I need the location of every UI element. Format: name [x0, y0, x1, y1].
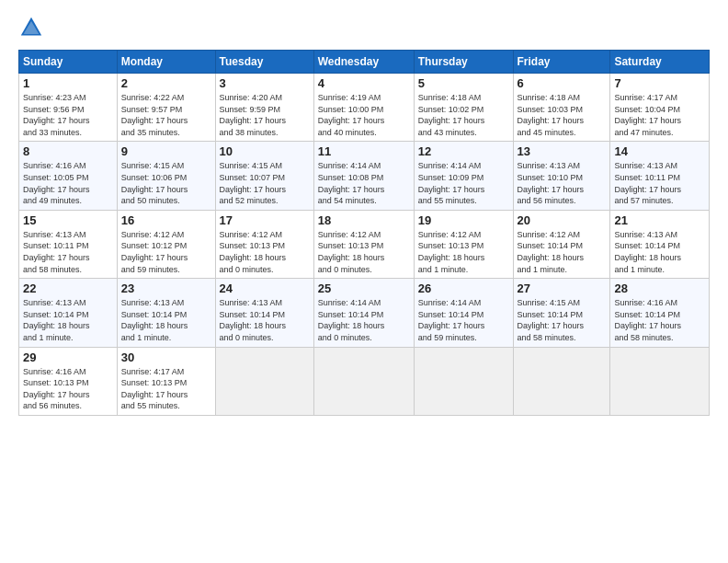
day-cell: 11Sunrise: 4:14 AM Sunset: 10:08 PM Dayl…	[313, 142, 414, 210]
header-row: SundayMondayTuesdayWednesdayThursdayFrid…	[19, 51, 710, 74]
day-info: Sunrise: 4:17 AM Sunset: 10:04 PM Daylig…	[614, 92, 705, 138]
col-header-friday: Friday	[513, 51, 610, 74]
week-row-4: 22Sunrise: 4:13 AM Sunset: 10:14 PM Dayl…	[19, 279, 710, 347]
day-info: Sunrise: 4:14 AM Sunset: 10:14 PM Daylig…	[318, 297, 410, 343]
day-info: Sunrise: 4:19 AM Sunset: 10:00 PM Daylig…	[318, 92, 410, 138]
day-cell: 20Sunrise: 4:12 AM Sunset: 10:14 PM Dayl…	[513, 210, 610, 278]
col-header-sunday: Sunday	[19, 51, 118, 74]
day-number: 13	[518, 144, 607, 158]
day-number: 24	[220, 282, 310, 295]
day-info: Sunrise: 4:12 AM Sunset: 10:13 PM Daylig…	[220, 229, 310, 275]
day-info: Sunrise: 4:16 AM Sunset: 10:05 PM Daylig…	[23, 160, 113, 206]
day-cell	[414, 347, 513, 415]
day-info: Sunrise: 4:15 AM Sunset: 10:14 PM Daylig…	[518, 297, 607, 343]
day-number: 11	[318, 144, 410, 158]
day-info: Sunrise: 4:14 AM Sunset: 10:08 PM Daylig…	[318, 160, 410, 206]
day-number: 19	[418, 213, 509, 227]
day-number: 28	[614, 282, 705, 295]
col-header-thursday: Thursday	[414, 51, 513, 74]
day-number: 12	[418, 144, 509, 158]
day-number: 18	[318, 213, 410, 227]
day-number: 27	[518, 282, 607, 295]
day-cell: 10Sunrise: 4:15 AM Sunset: 10:07 PM Dayl…	[215, 142, 313, 210]
day-info: Sunrise: 4:12 AM Sunset: 10:12 PM Daylig…	[121, 229, 211, 275]
header	[18, 15, 710, 40]
day-cell: 30Sunrise: 4:17 AM Sunset: 10:13 PM Dayl…	[117, 347, 215, 415]
day-cell: 5Sunrise: 4:18 AM Sunset: 10:02 PM Dayli…	[414, 74, 513, 142]
day-cell	[610, 347, 710, 415]
day-cell: 8Sunrise: 4:16 AM Sunset: 10:05 PM Dayli…	[19, 142, 118, 210]
day-cell: 22Sunrise: 4:13 AM Sunset: 10:14 PM Dayl…	[19, 279, 118, 347]
day-cell: 26Sunrise: 4:14 AM Sunset: 10:14 PM Dayl…	[414, 279, 513, 347]
day-number: 22	[23, 282, 113, 295]
day-cell: 3Sunrise: 4:20 AM Sunset: 9:59 PM Daylig…	[215, 74, 313, 142]
day-cell: 2Sunrise: 4:22 AM Sunset: 9:57 PM Daylig…	[117, 74, 215, 142]
logo-icon	[18, 15, 44, 40]
day-number: 17	[220, 213, 310, 227]
day-cell: 9Sunrise: 4:15 AM Sunset: 10:06 PM Dayli…	[117, 142, 215, 210]
calendar-table: SundayMondayTuesdayWednesdayThursdayFrid…	[18, 50, 710, 416]
day-info: Sunrise: 4:16 AM Sunset: 10:14 PM Daylig…	[614, 297, 705, 343]
day-cell: 14Sunrise: 4:13 AM Sunset: 10:11 PM Dayl…	[610, 142, 710, 210]
day-info: Sunrise: 4:16 AM Sunset: 10:13 PM Daylig…	[23, 366, 113, 412]
day-info: Sunrise: 4:15 AM Sunset: 10:07 PM Daylig…	[220, 160, 310, 206]
day-cell: 15Sunrise: 4:13 AM Sunset: 10:11 PM Dayl…	[19, 210, 118, 278]
day-number: 7	[614, 76, 705, 90]
day-info: Sunrise: 4:12 AM Sunset: 10:14 PM Daylig…	[518, 229, 607, 275]
col-header-tuesday: Tuesday	[215, 51, 313, 74]
day-cell: 27Sunrise: 4:15 AM Sunset: 10:14 PM Dayl…	[513, 279, 610, 347]
day-info: Sunrise: 4:12 AM Sunset: 10:13 PM Daylig…	[318, 229, 410, 275]
day-info: Sunrise: 4:13 AM Sunset: 10:10 PM Daylig…	[518, 160, 607, 206]
day-info: Sunrise: 4:15 AM Sunset: 10:06 PM Daylig…	[121, 160, 211, 206]
day-info: Sunrise: 4:18 AM Sunset: 10:02 PM Daylig…	[418, 92, 509, 138]
day-info: Sunrise: 4:12 AM Sunset: 10:13 PM Daylig…	[418, 229, 509, 275]
logo	[18, 15, 48, 40]
week-row-5: 29Sunrise: 4:16 AM Sunset: 10:13 PM Dayl…	[19, 347, 710, 415]
day-number: 29	[23, 350, 113, 364]
day-number: 3	[220, 76, 310, 90]
day-number: 15	[23, 213, 113, 227]
day-cell: 6Sunrise: 4:18 AM Sunset: 10:03 PM Dayli…	[513, 74, 610, 142]
day-cell: 4Sunrise: 4:19 AM Sunset: 10:00 PM Dayli…	[313, 74, 414, 142]
day-number: 26	[418, 282, 509, 295]
day-number: 16	[121, 213, 211, 227]
day-number: 25	[318, 282, 410, 295]
week-row-2: 8Sunrise: 4:16 AM Sunset: 10:05 PM Dayli…	[19, 142, 710, 210]
day-cell: 17Sunrise: 4:12 AM Sunset: 10:13 PM Dayl…	[215, 210, 313, 278]
day-info: Sunrise: 4:13 AM Sunset: 10:11 PM Daylig…	[23, 229, 113, 275]
day-cell: 28Sunrise: 4:16 AM Sunset: 10:14 PM Dayl…	[610, 279, 710, 347]
week-row-1: 1Sunrise: 4:23 AM Sunset: 9:56 PM Daylig…	[19, 74, 710, 142]
day-info: Sunrise: 4:14 AM Sunset: 10:09 PM Daylig…	[418, 160, 509, 206]
day-info: Sunrise: 4:13 AM Sunset: 10:14 PM Daylig…	[614, 229, 705, 275]
day-number: 6	[518, 76, 607, 90]
col-header-wednesday: Wednesday	[313, 51, 414, 74]
day-info: Sunrise: 4:22 AM Sunset: 9:57 PM Dayligh…	[121, 92, 211, 138]
day-number: 1	[23, 76, 113, 90]
day-cell: 29Sunrise: 4:16 AM Sunset: 10:13 PM Dayl…	[19, 347, 118, 415]
day-info: Sunrise: 4:17 AM Sunset: 10:13 PM Daylig…	[121, 366, 211, 412]
day-cell	[513, 347, 610, 415]
week-row-3: 15Sunrise: 4:13 AM Sunset: 10:11 PM Dayl…	[19, 210, 710, 278]
day-number: 20	[518, 213, 607, 227]
day-number: 4	[318, 76, 410, 90]
day-info: Sunrise: 4:18 AM Sunset: 10:03 PM Daylig…	[518, 92, 607, 138]
day-number: 23	[121, 282, 211, 295]
col-header-saturday: Saturday	[610, 51, 710, 74]
day-cell: 12Sunrise: 4:14 AM Sunset: 10:09 PM Dayl…	[414, 142, 513, 210]
day-info: Sunrise: 4:13 AM Sunset: 10:11 PM Daylig…	[614, 160, 705, 206]
day-number: 9	[121, 144, 211, 158]
day-number: 8	[23, 144, 113, 158]
day-cell: 18Sunrise: 4:12 AM Sunset: 10:13 PM Dayl…	[313, 210, 414, 278]
day-number: 2	[121, 76, 211, 90]
day-number: 30	[121, 350, 211, 364]
day-number: 14	[614, 144, 705, 158]
day-cell: 23Sunrise: 4:13 AM Sunset: 10:14 PM Dayl…	[117, 279, 215, 347]
day-cell	[313, 347, 414, 415]
day-number: 21	[614, 213, 705, 227]
day-cell: 24Sunrise: 4:13 AM Sunset: 10:14 PM Dayl…	[215, 279, 313, 347]
day-cell: 1Sunrise: 4:23 AM Sunset: 9:56 PM Daylig…	[19, 74, 118, 142]
day-info: Sunrise: 4:13 AM Sunset: 10:14 PM Daylig…	[220, 297, 310, 343]
day-info: Sunrise: 4:20 AM Sunset: 9:59 PM Dayligh…	[220, 92, 310, 138]
day-cell: 21Sunrise: 4:13 AM Sunset: 10:14 PM Dayl…	[610, 210, 710, 278]
day-number: 5	[418, 76, 509, 90]
